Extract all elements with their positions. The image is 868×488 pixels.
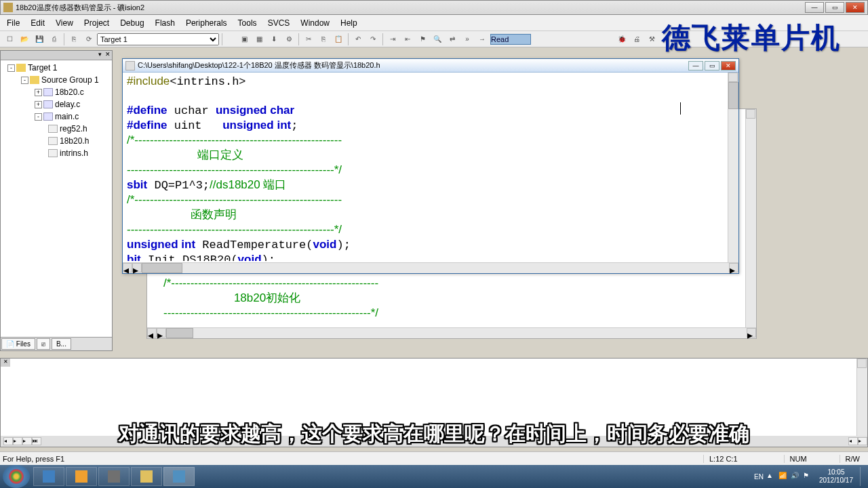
menu-project[interactable]: Project <box>79 17 115 29</box>
bookmark-icon[interactable]: ⚑ <box>416 33 429 45</box>
indent-icon[interactable]: ⇥ <box>386 33 399 45</box>
close-button[interactable]: ✕ <box>846 2 865 13</box>
cut-icon[interactable]: ✂ <box>302 33 315 45</box>
tree-header[interactable]: intrins.h <box>60 148 88 158</box>
editor-close-button[interactable]: ✕ <box>721 61 736 70</box>
build-target-icon[interactable]: ⎘ <box>67 33 81 45</box>
expand-icon[interactable]: - <box>7 64 15 72</box>
app-icon <box>3 3 13 12</box>
rebuild-icon[interactable]: ⟳ <box>82 33 96 45</box>
clock[interactable]: 10:052012/10/17 <box>815 468 857 485</box>
target-icon <box>16 64 26 72</box>
show-desktop-button[interactable] <box>860 467 865 486</box>
tree-group[interactable]: Source Group 1 <box>41 75 99 85</box>
taskbar-item-active[interactable] <box>163 467 195 486</box>
menu-file[interactable]: File <box>1 17 25 29</box>
print-icon[interactable]: 🖨 <box>630 33 644 45</box>
ime-indicator[interactable]: EN <box>754 473 764 481</box>
paste-icon[interactable]: 📋 <box>332 33 345 45</box>
editor-maximize-button[interactable]: ▭ <box>705 61 719 70</box>
h-file-icon <box>48 149 58 157</box>
taskbar-item[interactable] <box>98 467 130 486</box>
menu-edit[interactable]: Edit <box>25 17 50 29</box>
tree-header[interactable]: 18b20.h <box>60 136 89 146</box>
subtitle-caption: 对通讯的要求越高，这个要求高在哪里呢？在时间上，时间务必要准确 <box>0 420 868 448</box>
output-close-icon[interactable]: ✕ <box>1 359 10 367</box>
menu-peripherals[interactable]: Peripherals <box>180 17 233 29</box>
system-tray[interactable]: EN ▲ 📶 🔊 ⚑ 10:052012/10/17 <box>754 467 868 486</box>
editor-path: C:\Users\shifang\Desktop\122-1个18B20 温度传… <box>138 60 380 70</box>
find-input[interactable] <box>490 34 531 45</box>
redo-icon[interactable]: ↷ <box>366 33 380 45</box>
open-icon[interactable]: 📂 <box>18 33 31 45</box>
save-all-icon[interactable]: ⎙ <box>47 33 61 45</box>
debug-icon[interactable]: 🐞 <box>615 33 629 45</box>
scrollbar-horizontal[interactable]: ◂▸▸ <box>123 262 738 273</box>
menu-debug[interactable]: Debug <box>115 17 149 29</box>
menu-window[interactable]: Window <box>295 17 335 29</box>
window-title: 18b20温度传感器数码管显示 - 礦ision2 <box>16 3 144 13</box>
scrollbar-vertical[interactable] <box>728 73 738 262</box>
outdent-icon[interactable]: ⇤ <box>401 33 414 45</box>
scrollbar-horizontal[interactable]: ◂▸▸ <box>147 327 756 338</box>
editor-titlebar[interactable]: C:\Users\shifang\Desktop\122-1个18B20 温度传… <box>123 59 738 73</box>
maximize-button[interactable]: ▭ <box>825 2 844 13</box>
copy-icon[interactable]: ⎘ <box>317 33 330 45</box>
panel-auto-hide-icon[interactable]: ▾ <box>96 51 104 60</box>
editor-minimize-button[interactable]: — <box>688 61 703 70</box>
network-icon[interactable]: 📶 <box>778 472 788 481</box>
tree-file[interactable]: delay.c <box>55 100 80 109</box>
download-icon[interactable]: ⬇ <box>267 33 281 45</box>
replace-icon[interactable]: ⇄ <box>446 33 459 45</box>
status-bar: For Help, press F1 L:12 C:1 NUM R/W <box>0 451 868 465</box>
document-icon <box>125 61 135 70</box>
taskbar-item[interactable] <box>131 467 162 486</box>
taskbar-item[interactable] <box>33 467 64 486</box>
tab-regs[interactable]: ⎚ <box>37 338 50 350</box>
start-button[interactable] <box>3 465 30 488</box>
tree-target[interactable]: Target 1 <box>28 63 57 73</box>
project-panel: ▾✕ -Target 1 -Source Group 1 +18b20.c +d… <box>0 50 113 351</box>
taskbar-item[interactable] <box>66 467 97 486</box>
minimize-button[interactable]: — <box>805 2 824 13</box>
status-help: For Help, press F1 <box>3 455 64 463</box>
options-icon[interactable]: ⚙ <box>282 33 296 45</box>
menu-flash[interactable]: Flash <box>150 17 180 29</box>
text-cursor <box>680 102 681 115</box>
title-bar: 18b20温度传感器数码管显示 - 礦ision2 — ▭ ✕ <box>0 0 868 15</box>
tray-icon[interactable]: ▲ <box>766 472 776 481</box>
goto-icon[interactable]: → <box>475 33 489 45</box>
h-file-icon <box>48 125 58 133</box>
windows-orb-icon <box>9 469 24 484</box>
expand-icon[interactable]: + <box>35 101 42 108</box>
build-icon[interactable]: ▦ <box>252 33 266 45</box>
c-file-icon <box>43 100 53 108</box>
menu-svcs[interactable]: SVCS <box>262 17 296 29</box>
expand-icon[interactable]: - <box>21 77 28 84</box>
find-icon[interactable]: 🔍 <box>431 33 444 45</box>
find-next-icon[interactable]: » <box>460 33 474 45</box>
save-icon[interactable]: 💾 <box>33 33 46 45</box>
project-tree[interactable]: -Target 1 -Source Group 1 +18b20.c +dela… <box>1 60 112 161</box>
panel-close-icon[interactable]: ✕ <box>104 51 112 60</box>
target-select[interactable]: Target 1 <box>97 33 219 45</box>
expand-icon[interactable]: - <box>35 113 42 121</box>
menu-tools[interactable]: Tools <box>233 17 262 29</box>
tree-file[interactable]: main.c <box>55 112 79 121</box>
translate-icon[interactable]: ▣ <box>237 33 251 45</box>
tab-books[interactable]: B... <box>52 338 71 350</box>
code-area[interactable]: #include<intrins.h> #define uchar unsign… <box>123 73 738 261</box>
tray-icon[interactable]: ⚑ <box>803 472 812 481</box>
tree-file[interactable]: 18b20.c <box>55 87 84 97</box>
tab-files[interactable]: 📄 Files <box>1 338 35 350</box>
expand-icon[interactable]: + <box>35 89 42 96</box>
menu-view[interactable]: View <box>50 17 79 29</box>
undo-icon[interactable]: ↶ <box>351 33 365 45</box>
scrollbar-vertical[interactable] <box>745 109 756 327</box>
menu-help[interactable]: Help <box>335 17 363 29</box>
tree-header[interactable]: reg52.h <box>60 124 87 134</box>
config-icon[interactable]: ⚒ <box>645 33 658 45</box>
new-file-icon[interactable]: ☐ <box>3 33 16 45</box>
c-file-icon <box>43 113 53 121</box>
volume-icon[interactable]: 🔊 <box>791 472 800 481</box>
